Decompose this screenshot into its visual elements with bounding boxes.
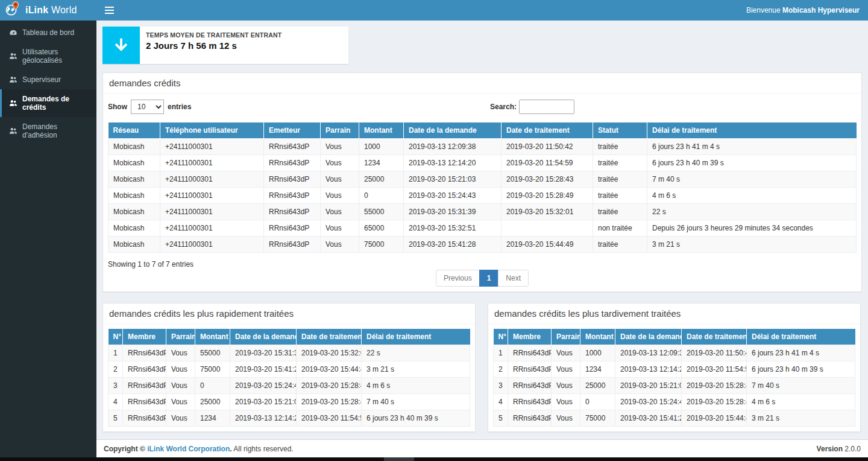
- table-cell: traitée: [593, 171, 647, 188]
- table-cell: Vous: [552, 345, 580, 361]
- column-header: Délai de traitement: [747, 329, 855, 345]
- column-header[interactable]: Téléphone utilisateur: [160, 122, 264, 139]
- table-cell: 0: [195, 378, 230, 394]
- column-header[interactable]: Montant: [359, 122, 404, 139]
- column-header[interactable]: Statut: [593, 122, 647, 139]
- table-cell: 4 m 6 s: [747, 394, 855, 410]
- column-header[interactable]: Parrain: [321, 122, 359, 139]
- sidebar-menu: Tableau de bord Utilisateurs géolocalisé…: [0, 21, 96, 145]
- sidebar-item-tableau-de-bord[interactable]: Tableau de bord: [0, 23, 96, 42]
- app-window: iLink World Tableau de bord Utilisateurs…: [0, 0, 868, 461]
- table-cell: traitée: [593, 139, 647, 155]
- table-cell: Vous: [166, 345, 195, 361]
- table-cell: +24111000301: [160, 204, 264, 220]
- pagination-page-1-button[interactable]: 1: [479, 270, 499, 287]
- header-row: RéseauTéléphone utilisateurEmetteurParra…: [108, 122, 857, 139]
- pagination-next-button[interactable]: Next: [498, 270, 529, 287]
- table-cell: 2019-03-20 11:54:59: [297, 410, 362, 427]
- table-cell: 6 jours 23 h 40 m 39 s: [747, 361, 855, 378]
- table-cell: 2019-03-20 15:21:03: [615, 378, 682, 394]
- sidebar-toggle-button[interactable]: [96, 0, 122, 21]
- table-cell: 75000: [580, 410, 615, 427]
- table-cell: RRnsi643dP: [123, 394, 166, 410]
- brand[interactable]: iLink World: [0, 0, 96, 21]
- table-cell: Vous: [166, 394, 195, 410]
- user-menu[interactable]: Bienvenue Mobicash Hyperviseur: [738, 6, 868, 14]
- search-input[interactable]: [519, 100, 574, 114]
- credits-panel-title: demandes crédits: [103, 73, 861, 94]
- column-header[interactable]: Emetteur: [264, 122, 321, 139]
- table-cell: Vous: [321, 204, 359, 220]
- sidebar-item-label: Utilisateurs géolocalisés: [22, 48, 90, 65]
- table-cell: 2019-03-20 11:50:42: [682, 345, 747, 361]
- table-cell: traitée: [593, 188, 647, 204]
- column-header[interactable]: Réseau: [108, 122, 160, 139]
- table-cell: 1000: [359, 139, 404, 155]
- sidebar-item-demandes-de-credits[interactable]: Demandes de crédits: [0, 89, 96, 117]
- top-navbar: Bienvenue Mobicash Hyperviseur: [96, 0, 868, 21]
- table-cell: Mobicash: [108, 155, 160, 171]
- page-length-control: Show 10 entries: [108, 100, 857, 114]
- pagination-previous-button[interactable]: Previous: [436, 270, 480, 287]
- table-cell: Vous: [552, 361, 580, 378]
- table-cell: 4 m 6 s: [362, 378, 470, 394]
- page-length-select[interactable]: 10: [131, 100, 164, 114]
- sidebar-item-superviseur[interactable]: Superviseur: [0, 70, 96, 89]
- horizontal-scrollbar[interactable]: [0, 457, 868, 461]
- column-header: Date de la demande: [230, 329, 297, 345]
- column-header[interactable]: Délai de traitement: [647, 122, 857, 139]
- fastest-table: N°MembreParrainMontantDate de la demande…: [108, 329, 470, 427]
- table-cell: 6 jours 23 h 41 m 4 s: [747, 345, 855, 361]
- table-cell: 2019-03-20 15:32:01: [297, 345, 362, 361]
- welcome-prefix: Bienvenue: [746, 6, 782, 14]
- table-cell: Vous: [166, 378, 195, 394]
- table-row: 5RRnsi643dPVous12342019-03-13 12:14:2020…: [108, 410, 470, 427]
- brand-title-rest: World: [48, 5, 77, 15]
- table-cell: 22 s: [362, 345, 470, 361]
- table-cell: 4 m 6 s: [647, 188, 857, 204]
- table-cell: +24111000301: [160, 155, 264, 171]
- table-cell: 25000: [359, 171, 404, 188]
- sidebar-item-demandes-adhesion[interactable]: Demandes d'adhésion: [0, 117, 96, 145]
- sidebar-item-utilisateurs-geolocalises[interactable]: Utilisateurs géolocalisés: [0, 42, 96, 70]
- version-label: Version: [817, 445, 843, 453]
- table-cell: Vous: [552, 410, 580, 427]
- column-header: Parrain: [166, 329, 195, 345]
- table-cell: Mobicash: [108, 139, 160, 155]
- table-cell: Vous: [552, 378, 580, 394]
- table-cell: 2019-03-13 12:09:38: [404, 139, 502, 155]
- table-cell: RRnsi643dP: [508, 378, 552, 394]
- column-header: Délai de traitement: [362, 329, 470, 345]
- table-cell: 75000: [359, 237, 404, 253]
- scrollbar-thumb[interactable]: [384, 457, 414, 461]
- table-cell: 2019-03-20 15:24:43: [230, 378, 297, 394]
- stat-card-value: 2 Jours 7 h 56 m 12 s: [146, 40, 281, 51]
- table-row: Mobicash+24111000301RRnsi643dPVous550002…: [108, 204, 857, 220]
- stat-card-temps-moyen: TEMPS MOYEN DE TRAITEMENT ENTRANT 2 Jour…: [102, 27, 348, 64]
- header-row: N°MembreParrainMontantDate de la demande…: [108, 329, 470, 345]
- globe-pin-logo-icon: [5, 1, 20, 19]
- datatable-controls: Show 10 entries Search:: [108, 100, 857, 118]
- table-cell: Mobicash: [108, 237, 160, 253]
- table-cell: 2019-03-20 15:44:49: [502, 237, 593, 253]
- column-header[interactable]: Date de la demande: [404, 122, 502, 139]
- slowest-panel-title: demandes crédits les plus tardivement tr…: [488, 304, 860, 324]
- table-cell: 2019-03-20 15:31:39: [404, 204, 502, 220]
- table-row: Mobicash+24111000301RRnsi643dPVous100020…: [108, 139, 857, 155]
- table-cell: traitée: [593, 237, 647, 253]
- stat-card-title: TEMPS MOYEN DE TRAITEMENT ENTRANT: [146, 31, 281, 39]
- table-cell: 1: [494, 345, 508, 361]
- column-header[interactable]: Date de traitement: [502, 122, 593, 139]
- table-cell: RRnsi643dP: [264, 220, 321, 237]
- show-label: Show: [108, 103, 127, 111]
- company-link[interactable]: iLink World Corporation: [147, 445, 230, 453]
- column-header: N°: [494, 329, 508, 345]
- copyright-prefix: Copyright ©: [104, 445, 147, 453]
- column-header: Date de la demande: [615, 329, 682, 345]
- pagination: Previous 1 Next: [108, 270, 857, 287]
- table-cell: 0: [580, 394, 615, 410]
- search-control: Search:: [490, 100, 574, 114]
- table-cell: Mobicash: [108, 188, 160, 204]
- table-summary: Showing 1 to 7 of 7 entries: [108, 260, 857, 269]
- table-cell: 2019-03-20 11:54:59: [682, 361, 747, 378]
